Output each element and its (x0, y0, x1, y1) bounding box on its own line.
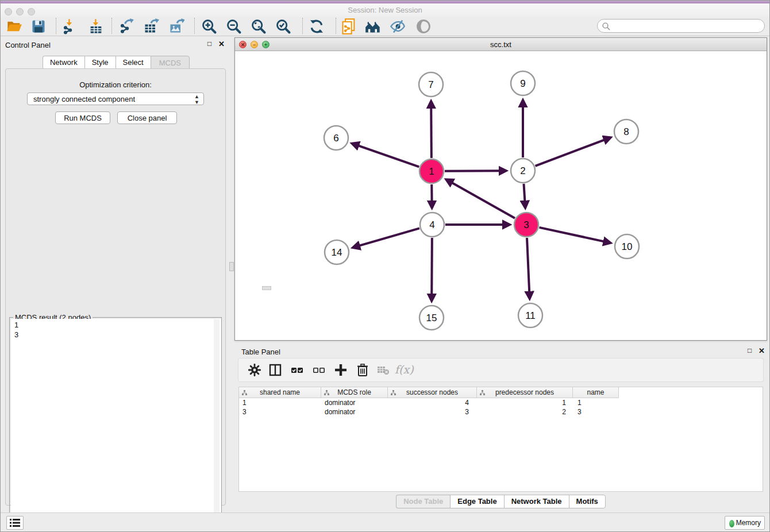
table-cell[interactable]: 4 (388, 398, 477, 407)
dropdown-stepper-icon: ▲▼ (194, 94, 199, 105)
search-box[interactable] (597, 19, 765, 33)
select-all-icon (290, 363, 304, 377)
close-panel-button[interactable]: Close panel (117, 111, 177, 124)
export-image-icon (168, 18, 184, 34)
network-canvas[interactable]: 7968124314101511 (235, 51, 767, 340)
zoom-selected-button[interactable] (275, 18, 291, 34)
add-column-icon (334, 363, 348, 377)
table-cell[interactable]: 1 (573, 398, 619, 407)
table-cell[interactable]: 3 (388, 407, 477, 417)
graph-edge-4-14[interactable] (353, 228, 419, 247)
close-panel-icon[interactable]: ✕ (218, 40, 225, 48)
table-panel: Table Panel □ ✕ (234, 343, 767, 512)
select-all-button[interactable] (290, 363, 305, 378)
tab-select[interactable]: Select (116, 56, 151, 70)
graph-edge-1-2[interactable] (445, 171, 506, 171)
task-history-button[interactable] (6, 516, 24, 530)
zoom-fit-button[interactable] (251, 18, 267, 34)
home-button[interactable] (365, 18, 381, 34)
table-settings-button[interactable] (248, 363, 263, 378)
graph-node-label: 11 (525, 310, 536, 321)
open-folder-icon (6, 18, 22, 34)
network-graph[interactable]: 7968124314101511 (235, 51, 767, 340)
table-row[interactable]: 3dominator323 (239, 407, 763, 417)
export-table-button[interactable] (143, 18, 159, 34)
duplicate-network-button[interactable] (341, 18, 357, 34)
tab-motifs[interactable]: Motifs (569, 495, 606, 508)
create-column-button[interactable] (334, 363, 349, 378)
tab-network[interactable]: Network (43, 56, 84, 70)
graph-node-label: 3 (523, 219, 529, 230)
column-header-successor-nodes[interactable]: successor nodes (388, 387, 477, 398)
network-view-window: ✕ − + scc.txt 7968124314101511 (234, 37, 767, 341)
import-table-icon (88, 18, 104, 34)
graph-edge-1-7[interactable] (431, 102, 432, 158)
memory-button[interactable]: Memory (725, 516, 765, 530)
table-cell[interactable]: 3 (239, 407, 321, 417)
table-row[interactable]: 1dominator411 (239, 398, 763, 407)
import-table-button[interactable] (88, 18, 104, 34)
destroy-table-icon (376, 363, 390, 377)
tab-node-table[interactable]: Node Table (396, 495, 450, 508)
titlebar[interactable]: Session: New Session (1, 3, 769, 17)
search-icon (602, 22, 611, 31)
column-header-MCDS-role[interactable]: MCDS role (321, 387, 388, 398)
columns-icon (268, 363, 282, 377)
table-cell[interactable]: 2 (477, 407, 573, 417)
table-cell[interactable]: dominator (321, 398, 388, 407)
graph-edge-2-3[interactable] (523, 184, 525, 207)
graph-edge-4-15[interactable] (432, 238, 432, 300)
graph-edge-2-8[interactable] (536, 138, 610, 166)
search-input[interactable] (613, 20, 760, 32)
import-network-button[interactable] (61, 18, 78, 34)
export-network-icon (118, 18, 134, 34)
delete-column-button[interactable] (356, 363, 371, 378)
import-network-icon (61, 18, 78, 34)
graph-edge-1-6[interactable] (352, 144, 419, 167)
close-table-panel-icon[interactable]: ✕ (759, 346, 765, 355)
refresh-button[interactable] (309, 18, 325, 34)
mcds-result-text[interactable]: 1 3 (11, 319, 221, 532)
zoom-selected-icon (275, 18, 291, 34)
open-session-button[interactable] (6, 18, 22, 34)
column-header-name[interactable]: name (573, 387, 619, 398)
birds-eye-view-button[interactable] (415, 18, 432, 34)
column-header-shared-name[interactable]: shared name (239, 387, 321, 398)
table-cell[interactable]: 3 (573, 407, 619, 417)
zoom-in-button[interactable] (201, 18, 217, 34)
export-network-button[interactable] (118, 18, 134, 34)
tab-style[interactable]: Style (84, 56, 116, 70)
network-window-titlebar[interactable]: ✕ − + scc.txt (235, 38, 767, 51)
graph-edge-3-1[interactable] (446, 180, 515, 218)
optimization-criterion-select[interactable]: strongly connected component ▲▼ (27, 92, 204, 105)
table-panel-tabs: Node TableEdge TableNetwork TableMotifs (234, 495, 767, 508)
export-table-icon (143, 18, 159, 34)
float-table-panel-icon[interactable]: □ (748, 346, 752, 354)
graph-edge-3-11[interactable] (527, 238, 530, 298)
zoom-out-button[interactable] (226, 18, 242, 34)
graph-node-label: 15 (426, 313, 437, 323)
node-table[interactable]: shared nameMCDS rolesuccessor nodesprede… (238, 387, 763, 492)
tab-network-table[interactable]: Network Table (504, 495, 569, 508)
graphics-details-button[interactable] (390, 18, 406, 34)
graph-node-label: 9 (520, 78, 525, 89)
save-session-button[interactable] (30, 18, 47, 34)
eye-icon (415, 18, 432, 34)
window-title: Session: New Session (1, 6, 769, 14)
tab-edge-table[interactable]: Edge Table (450, 495, 503, 508)
float-panel-icon[interactable]: □ (207, 40, 211, 48)
table-cell[interactable]: 1 (239, 398, 321, 407)
zoom-in-icon (201, 18, 217, 34)
run-mcds-button[interactable]: Run MCDS (55, 111, 110, 124)
table-cell[interactable]: 1 (477, 398, 573, 407)
export-image-button[interactable] (168, 18, 184, 34)
vertical-splitter-handle[interactable] (229, 262, 234, 271)
column-header-predecessor-nodes[interactable]: predecessor nodes (477, 387, 573, 398)
graph-edge-3-10[interactable] (539, 228, 610, 243)
table-cell[interactable]: dominator (321, 407, 388, 417)
mcds-result-scrollbar[interactable] (214, 319, 220, 532)
deselect-all-button[interactable] (312, 363, 327, 378)
graph-node-label: 14 (332, 247, 342, 258)
show-columns-button[interactable] (268, 363, 283, 378)
horizontal-splitter-handle[interactable] (262, 286, 271, 290)
